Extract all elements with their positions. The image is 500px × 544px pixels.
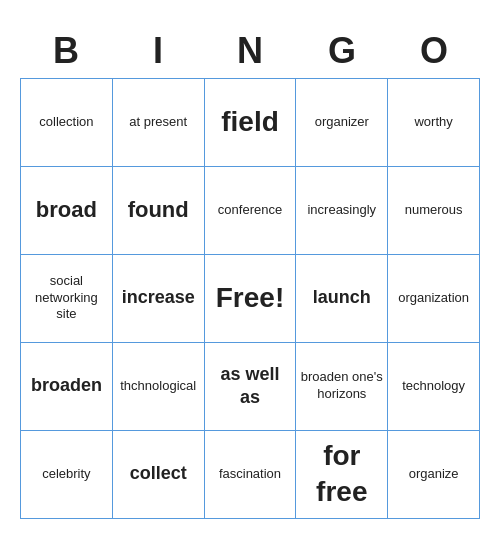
bingo-cell: celebrity xyxy=(21,431,113,519)
cell-text: broaden one's horizons xyxy=(300,369,383,403)
bingo-grid: collectionat presentfieldorganizerworthy… xyxy=(20,78,480,519)
bingo-cell: worthy xyxy=(388,79,480,167)
cell-text: increasingly xyxy=(307,202,376,219)
bingo-cell: conference xyxy=(205,167,297,255)
bingo-cell: organize xyxy=(388,431,480,519)
bingo-letter: O xyxy=(388,26,480,76)
bingo-cell: at present xyxy=(113,79,205,167)
bingo-card: BINGO collectionat presentfieldorganizer… xyxy=(10,16,490,529)
cell-text: collection xyxy=(39,114,93,131)
bingo-cell: for free xyxy=(296,431,388,519)
bingo-cell: organization xyxy=(388,255,480,343)
bingo-cell: thchnological xyxy=(113,343,205,431)
bingo-letter: G xyxy=(296,26,388,76)
bingo-cell: field xyxy=(205,79,297,167)
bingo-cell: broaden one's horizons xyxy=(296,343,388,431)
cell-text: as well as xyxy=(209,363,292,410)
cell-text: broaden xyxy=(31,374,102,397)
cell-text: numerous xyxy=(405,202,463,219)
cell-text: organize xyxy=(409,466,459,483)
cell-text: worthy xyxy=(414,114,452,131)
bingo-cell: as well as xyxy=(205,343,297,431)
bingo-letter: I xyxy=(112,26,204,76)
bingo-cell: collect xyxy=(113,431,205,519)
cell-text: for free xyxy=(300,438,383,511)
cell-text: field xyxy=(221,104,279,140)
bingo-cell: social networking site xyxy=(21,255,113,343)
bingo-letter: B xyxy=(20,26,112,76)
bingo-cell: Free! xyxy=(205,255,297,343)
cell-text: broad xyxy=(36,196,97,225)
bingo-cell: launch xyxy=(296,255,388,343)
bingo-cell: fascination xyxy=(205,431,297,519)
bingo-cell: technology xyxy=(388,343,480,431)
cell-text: organization xyxy=(398,290,469,307)
bingo-cell: numerous xyxy=(388,167,480,255)
cell-text: technology xyxy=(402,378,465,395)
bingo-cell: broad xyxy=(21,167,113,255)
bingo-header: BINGO xyxy=(20,26,480,76)
cell-text: at present xyxy=(129,114,187,131)
cell-text: Free! xyxy=(216,280,284,316)
bingo-cell: broaden xyxy=(21,343,113,431)
cell-text: thchnological xyxy=(120,378,196,395)
bingo-cell: increasingly xyxy=(296,167,388,255)
bingo-cell: increase xyxy=(113,255,205,343)
bingo-cell: organizer xyxy=(296,79,388,167)
bingo-cell: found xyxy=(113,167,205,255)
bingo-cell: collection xyxy=(21,79,113,167)
cell-text: found xyxy=(128,196,189,225)
cell-text: conference xyxy=(218,202,282,219)
cell-text: social networking site xyxy=(25,273,108,324)
bingo-letter: N xyxy=(204,26,296,76)
cell-text: celebrity xyxy=(42,466,90,483)
cell-text: launch xyxy=(313,286,371,309)
cell-text: fascination xyxy=(219,466,281,483)
cell-text: increase xyxy=(122,286,195,309)
cell-text: organizer xyxy=(315,114,369,131)
cell-text: collect xyxy=(130,462,187,485)
